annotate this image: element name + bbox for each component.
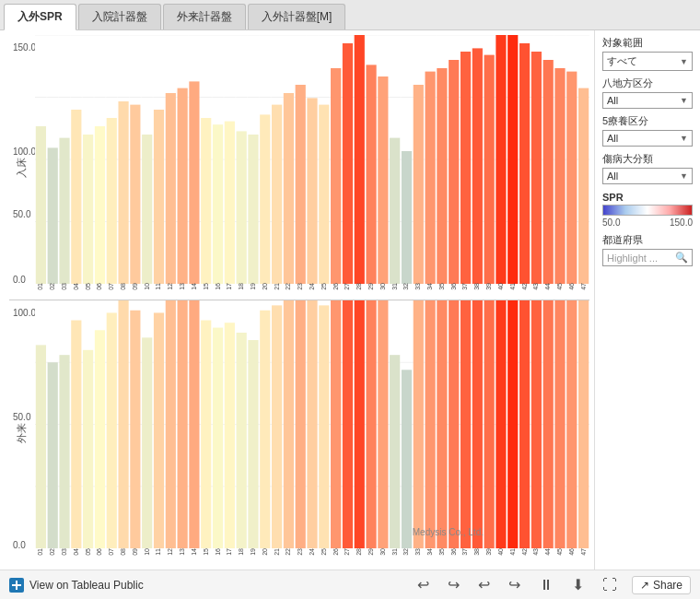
target-dropdown-icon: ▼ — [680, 57, 688, 66]
bottom-y-mid: 50.0 — [13, 412, 30, 422]
filter-category-value: All — [607, 170, 618, 182]
category-dropdown-icon: ▼ — [680, 171, 688, 181]
top-y-mid: 100.0 — [13, 147, 36, 157]
toolbar: View on Tableau Public ↩ ↪ ↩ ↪ ⏸ ⬇ ⛶ ↗ S… — [0, 570, 700, 599]
credit-text: Medysis Co., Ltd. — [413, 527, 484, 537]
tableau-link-text: View on Tableau Public — [29, 579, 144, 592]
bottom-y-label: 外来 — [15, 423, 29, 443]
tab-gaurai-keiki[interactable]: 外来計器盤 — [163, 4, 246, 29]
top-chart-container: 入床 150.0 100.0 50.0 0.0 01北海道02青森03岩手04宮… — [9, 35, 589, 300]
spr-gradient — [602, 205, 693, 216]
share-label: Share — [653, 579, 682, 592]
right-panel: 対象範囲 すべて ▼ 八地方区分 All ▼ 5療養区分 All ▼ — [594, 30, 700, 570]
tableau-link[interactable]: View on Tableau Public — [9, 578, 144, 593]
highlight-placeholder: Highlight ... — [607, 253, 671, 264]
filter-region5-label: 5療養区分 — [602, 114, 693, 128]
bottom-y-zero: 0.0 — [13, 540, 26, 550]
spr-min: 50.0 — [602, 217, 620, 228]
tableau-logo-area — [9, 578, 24, 593]
region8-dropdown-icon: ▼ — [680, 96, 688, 105]
filter-region5-section: 5療養区分 All ▼ — [602, 114, 693, 147]
share-button[interactable]: ↗ Share — [632, 576, 691, 594]
bottom-chart-canvas — [35, 300, 589, 548]
filter-region8-value: All — [607, 95, 618, 106]
pause-button[interactable]: ⏸ — [535, 575, 557, 595]
forward-button[interactable]: ↪ — [505, 574, 524, 595]
search-icon: 🔍 — [675, 252, 688, 264]
filter-region8-label: 八地方区分 — [602, 76, 693, 90]
filter-region8-select[interactable]: All ▼ — [602, 92, 693, 109]
filter-category-select[interactable]: All ▼ — [602, 168, 693, 184]
filter-region8-section: 八地方区分 All ▼ — [602, 76, 693, 109]
filter-region5-value: All — [607, 133, 618, 144]
tab-nyuin-keiki[interactable]: 入院計器盤 — [78, 4, 161, 29]
highlight-section: 都道府県 Highlight ... 🔍 — [602, 233, 693, 266]
top-y-label: 入床 — [15, 158, 29, 178]
tab-bar: 入外SPR 入院計器盤 外来計器盤 入外計器盤[M] — [0, 0, 700, 30]
tableau-icon — [9, 578, 24, 593]
spr-section: SPR 50.0 150.0 — [602, 190, 693, 228]
spr-range: 50.0 150.0 — [602, 217, 693, 228]
main-content: 入床 150.0 100.0 50.0 0.0 01北海道02青森03岩手04宮… — [0, 30, 700, 570]
bottom-x-labels: 01北海道02青森03岩手04宮城05秋田06山形07福島08茨城09栃木10群… — [35, 548, 589, 565]
filter-target-value: すべて — [607, 54, 637, 68]
spr-max: 150.0 — [670, 217, 693, 228]
undo-button[interactable]: ↩ — [414, 574, 433, 595]
tab-nyugai-spr[interactable]: 入外SPR — [4, 4, 76, 30]
top-y-zero: 0.0 — [13, 275, 26, 285]
tab-nyugai-keiki-m[interactable]: 入外計器盤[M] — [248, 4, 346, 29]
top-chart-canvas — [35, 35, 589, 284]
top-x-labels: 01北海道02青森03岩手04宮城05秋田06山形07福島08茨城09栃木10群… — [35, 283, 589, 300]
toolbar-right: ↩ ↪ ↩ ↪ ⏸ ⬇ ⛶ ↗ Share — [414, 574, 691, 595]
filter-category-section: 傷病大分類 All ▼ — [602, 152, 693, 184]
top-y-low: 50.0 — [13, 209, 30, 219]
highlight-label: 都道府県 — [602, 233, 693, 247]
share-icon: ↗ — [640, 579, 649, 592]
fullscreen-button[interactable]: ⛶ — [599, 575, 621, 595]
chart-area: 入床 150.0 100.0 50.0 0.0 01北海道02青森03岩手04宮… — [0, 30, 594, 570]
filter-target-section: 対象範囲 すべて ▼ — [602, 36, 693, 71]
bottom-chart-container: 外来 100.0 50.0 0.0 01北海道02青森03岩手04宮城05秋田0… — [9, 300, 589, 565]
svg-rect-2 — [12, 584, 21, 586]
top-y-max: 150.0 — [13, 42, 36, 53]
app-container: 入外SPR 入院計器盤 外来計器盤 入外計器盤[M] 入床 150.0 100.… — [0, 0, 700, 599]
filter-region5-select[interactable]: All ▼ — [602, 130, 693, 147]
spr-label: SPR — [602, 192, 693, 203]
back-button[interactable]: ↩ — [474, 574, 494, 595]
bottom-y-max: 100.0 — [13, 308, 36, 318]
download-button[interactable]: ⬇ — [568, 574, 588, 595]
filter-category-label: 傷病大分類 — [602, 152, 693, 166]
highlight-input-box[interactable]: Highlight ... 🔍 — [602, 249, 693, 266]
charts-container: 入床 150.0 100.0 50.0 0.0 01北海道02青森03岩手04宮… — [9, 35, 589, 565]
filter-target-select[interactable]: すべて ▼ — [602, 52, 693, 71]
filter-target-label: 対象範囲 — [602, 36, 693, 50]
region5-dropdown-icon: ▼ — [680, 134, 688, 143]
redo-button[interactable]: ↪ — [444, 574, 463, 595]
